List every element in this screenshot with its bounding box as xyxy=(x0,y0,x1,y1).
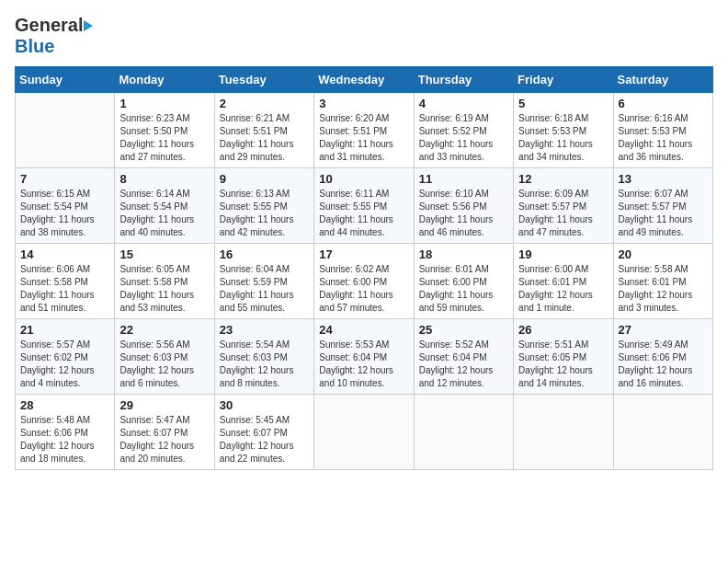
day-info: Sunrise: 6:19 AMSunset: 5:52 PMDaylight:… xyxy=(419,112,508,164)
day-info: Sunrise: 6:07 AMSunset: 5:57 PMDaylight:… xyxy=(619,188,708,239)
day-info: Sunrise: 5:51 AMSunset: 6:05 PMDaylight:… xyxy=(518,339,608,390)
day-cell: 12 Sunrise: 6:09 AMSunset: 5:57 PMDaylig… xyxy=(514,168,613,244)
empty-day-cell xyxy=(314,395,414,470)
page-header: General Blue xyxy=(15,15,713,57)
day-number: 30 xyxy=(220,398,309,412)
day-info: Sunrise: 6:16 AMSunset: 5:53 PMDaylight:… xyxy=(619,112,708,164)
day-number: 18 xyxy=(419,247,508,261)
day-cell: 8 Sunrise: 6:14 AMSunset: 5:54 PMDayligh… xyxy=(115,168,214,244)
day-number: 25 xyxy=(419,323,508,337)
day-cell: 28 Sunrise: 5:48 AMSunset: 6:06 PMDaylig… xyxy=(16,395,115,470)
day-number: 8 xyxy=(119,172,209,186)
calendar-week-row: 21 Sunrise: 5:57 AMSunset: 6:02 PMDaylig… xyxy=(16,319,713,395)
day-number: 9 xyxy=(220,172,309,186)
day-number: 21 xyxy=(20,323,109,337)
day-number: 27 xyxy=(619,323,708,337)
day-info: Sunrise: 6:09 AMSunset: 5:57 PMDaylight:… xyxy=(518,188,608,239)
day-cell: 22 Sunrise: 5:56 AMSunset: 6:03 PMDaylig… xyxy=(115,319,214,395)
day-info: Sunrise: 6:21 AMSunset: 5:51 PMDaylight:… xyxy=(220,112,309,164)
day-cell: 11 Sunrise: 6:10 AMSunset: 5:56 PMDaylig… xyxy=(414,168,513,244)
day-cell: 16 Sunrise: 6:04 AMSunset: 5:59 PMDaylig… xyxy=(214,244,313,319)
day-number: 28 xyxy=(20,398,109,412)
day-number: 1 xyxy=(119,97,209,110)
day-number: 26 xyxy=(518,323,608,337)
day-info: Sunrise: 6:14 AMSunset: 5:54 PMDaylight:… xyxy=(119,188,209,239)
day-cell: 10 Sunrise: 6:11 AMSunset: 5:55 PMDaylig… xyxy=(314,168,414,244)
calendar-week-row: 28 Sunrise: 5:48 AMSunset: 6:06 PMDaylig… xyxy=(16,395,713,470)
day-cell: 27 Sunrise: 5:49 AMSunset: 6:06 PMDaylig… xyxy=(613,319,712,395)
col-header-sunday: Sunday xyxy=(16,67,115,93)
day-cell: 7 Sunrise: 6:15 AMSunset: 5:54 PMDayligh… xyxy=(16,168,115,244)
day-number: 7 xyxy=(20,172,109,186)
calendar-week-row: 7 Sunrise: 6:15 AMSunset: 5:54 PMDayligh… xyxy=(16,168,713,244)
day-info: Sunrise: 6:11 AMSunset: 5:55 PMDaylight:… xyxy=(319,188,408,239)
day-number: 4 xyxy=(419,97,508,110)
day-cell: 21 Sunrise: 5:57 AMSunset: 6:02 PMDaylig… xyxy=(16,319,115,395)
col-header-friday: Friday xyxy=(514,67,613,93)
empty-day-cell xyxy=(414,395,513,470)
day-info: Sunrise: 6:02 AMSunset: 6:00 PMDaylight:… xyxy=(319,263,408,315)
day-number: 29 xyxy=(119,398,209,412)
day-cell: 5 Sunrise: 6:18 AMSunset: 5:53 PMDayligh… xyxy=(514,93,613,168)
day-cell: 30 Sunrise: 5:45 AMSunset: 6:07 PMDaylig… xyxy=(214,395,313,470)
day-cell: 3 Sunrise: 6:20 AMSunset: 5:51 PMDayligh… xyxy=(314,93,414,168)
day-info: Sunrise: 5:58 AMSunset: 6:01 PMDaylight:… xyxy=(619,263,708,315)
day-cell: 2 Sunrise: 6:21 AMSunset: 5:51 PMDayligh… xyxy=(214,93,313,168)
day-info: Sunrise: 5:47 AMSunset: 6:07 PMDaylight:… xyxy=(119,414,209,465)
empty-day-cell xyxy=(514,395,613,470)
day-cell: 20 Sunrise: 5:58 AMSunset: 6:01 PMDaylig… xyxy=(613,244,712,319)
day-info: Sunrise: 6:18 AMSunset: 5:53 PMDaylight:… xyxy=(518,112,608,164)
day-number: 6 xyxy=(619,97,708,110)
day-info: Sunrise: 5:54 AMSunset: 6:03 PMDaylight:… xyxy=(220,339,309,390)
calendar-header-row: SundayMondayTuesdayWednesdayThursdayFrid… xyxy=(16,67,713,93)
day-number: 22 xyxy=(119,323,209,337)
day-number: 14 xyxy=(20,247,109,261)
calendar-week-row: 1 Sunrise: 6:23 AMSunset: 5:50 PMDayligh… xyxy=(16,93,713,168)
day-cell: 9 Sunrise: 6:13 AMSunset: 5:55 PMDayligh… xyxy=(214,168,313,244)
day-number: 20 xyxy=(619,247,708,261)
col-header-tuesday: Tuesday xyxy=(214,67,313,93)
col-header-monday: Monday xyxy=(115,67,214,93)
logo: General Blue xyxy=(15,15,93,57)
logo-general: General xyxy=(15,15,83,36)
day-number: 11 xyxy=(419,172,508,186)
day-number: 23 xyxy=(220,323,309,337)
day-cell: 1 Sunrise: 6:23 AMSunset: 5:50 PMDayligh… xyxy=(115,93,214,168)
day-number: 2 xyxy=(220,97,309,110)
day-info: Sunrise: 6:15 AMSunset: 5:54 PMDaylight:… xyxy=(20,188,109,239)
day-number: 15 xyxy=(119,247,209,261)
day-info: Sunrise: 5:57 AMSunset: 6:02 PMDaylight:… xyxy=(20,339,109,390)
day-info: Sunrise: 5:48 AMSunset: 6:06 PMDaylight:… xyxy=(20,414,109,465)
day-info: Sunrise: 6:00 AMSunset: 6:01 PMDaylight:… xyxy=(518,263,608,315)
day-cell: 23 Sunrise: 5:54 AMSunset: 6:03 PMDaylig… xyxy=(214,319,313,395)
logo-blue: Blue xyxy=(15,36,54,56)
calendar-table: SundayMondayTuesdayWednesdayThursdayFrid… xyxy=(15,66,713,470)
day-cell: 14 Sunrise: 6:06 AMSunset: 5:58 PMDaylig… xyxy=(16,244,115,319)
day-number: 12 xyxy=(518,172,608,186)
col-header-saturday: Saturday xyxy=(613,67,712,93)
day-number: 24 xyxy=(319,323,408,337)
day-info: Sunrise: 5:52 AMSunset: 6:04 PMDaylight:… xyxy=(419,339,508,390)
day-cell: 18 Sunrise: 6:01 AMSunset: 6:00 PMDaylig… xyxy=(414,244,513,319)
day-info: Sunrise: 6:23 AMSunset: 5:50 PMDaylight:… xyxy=(119,112,209,164)
day-info: Sunrise: 5:49 AMSunset: 6:06 PMDaylight:… xyxy=(619,339,708,390)
day-info: Sunrise: 5:56 AMSunset: 6:03 PMDaylight:… xyxy=(119,339,209,390)
day-info: Sunrise: 6:13 AMSunset: 5:55 PMDaylight:… xyxy=(220,188,309,239)
day-cell: 19 Sunrise: 6:00 AMSunset: 6:01 PMDaylig… xyxy=(514,244,613,319)
day-cell: 4 Sunrise: 6:19 AMSunset: 5:52 PMDayligh… xyxy=(414,93,513,168)
day-cell: 26 Sunrise: 5:51 AMSunset: 6:05 PMDaylig… xyxy=(514,319,613,395)
empty-day-cell xyxy=(613,395,712,470)
col-header-wednesday: Wednesday xyxy=(314,67,414,93)
empty-day-cell xyxy=(16,93,115,168)
day-cell: 13 Sunrise: 6:07 AMSunset: 5:57 PMDaylig… xyxy=(613,168,712,244)
day-cell: 24 Sunrise: 5:53 AMSunset: 6:04 PMDaylig… xyxy=(314,319,414,395)
day-cell: 17 Sunrise: 6:02 AMSunset: 6:00 PMDaylig… xyxy=(314,244,414,319)
day-info: Sunrise: 6:20 AMSunset: 5:51 PMDaylight:… xyxy=(319,112,408,164)
day-number: 16 xyxy=(220,247,309,261)
col-header-thursday: Thursday xyxy=(414,67,513,93)
day-info: Sunrise: 6:06 AMSunset: 5:58 PMDaylight:… xyxy=(20,263,109,315)
day-number: 19 xyxy=(518,247,608,261)
day-info: Sunrise: 6:01 AMSunset: 6:00 PMDaylight:… xyxy=(419,263,508,315)
day-info: Sunrise: 5:45 AMSunset: 6:07 PMDaylight:… xyxy=(220,414,309,465)
calendar-week-row: 14 Sunrise: 6:06 AMSunset: 5:58 PMDaylig… xyxy=(16,244,713,319)
